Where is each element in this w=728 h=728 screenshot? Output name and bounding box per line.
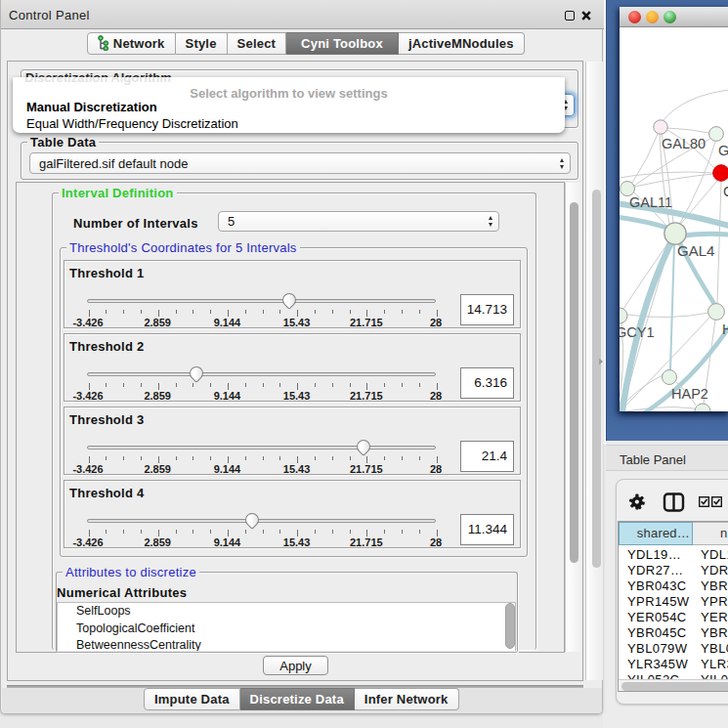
svg-text:H: H	[722, 321, 728, 337]
svg-text:GAL4: GAL4	[677, 242, 714, 259]
svg-text:C: C	[723, 184, 728, 199]
svg-text:GA: GA	[718, 143, 728, 158]
svg-text:GAL11: GAL11	[629, 194, 672, 210]
svg-text:GAL80: GAL80	[662, 136, 706, 151]
svg-text:GCY1: GCY1	[620, 324, 655, 340]
svg-text:HAP2: HAP2	[671, 386, 708, 402]
